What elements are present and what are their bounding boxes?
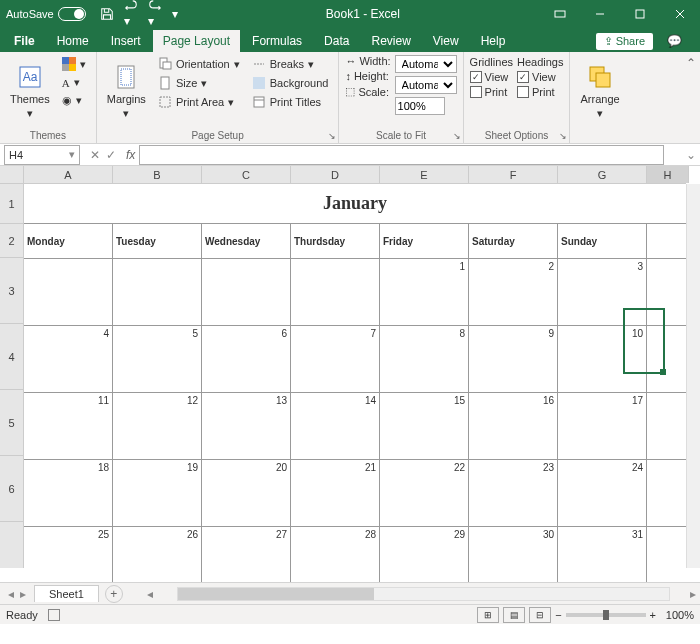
macro-record-icon[interactable] bbox=[48, 609, 60, 621]
name-box[interactable]: H4 ▾ bbox=[4, 145, 80, 165]
calendar-cell[interactable]: 18 bbox=[24, 460, 113, 526]
calendar-cell[interactable]: 21 bbox=[291, 460, 380, 526]
new-sheet-button[interactable]: + bbox=[105, 585, 123, 603]
tab-data[interactable]: Data bbox=[314, 30, 359, 52]
gridlines-view-checkbox[interactable]: View bbox=[470, 70, 513, 84]
column-header[interactable]: A bbox=[24, 166, 113, 183]
calendar-cell[interactable]: 29 bbox=[380, 527, 469, 582]
sheet-options-launcher-icon[interactable]: ↘ bbox=[559, 131, 567, 141]
worksheet-grid[interactable]: ABCDEFGH 123456 JanuaryMondayTuesdayWedn… bbox=[0, 166, 700, 582]
calendar-cell[interactable]: 10 bbox=[558, 326, 647, 392]
column-header[interactable]: D bbox=[291, 166, 380, 183]
weekday-header[interactable]: Friday bbox=[380, 224, 469, 258]
zoom-level[interactable]: 100% bbox=[660, 609, 694, 621]
comments-icon[interactable]: 💬 bbox=[657, 30, 692, 52]
calendar-cell[interactable]: 9 bbox=[469, 326, 558, 392]
enter-formula-icon[interactable]: ✓ bbox=[106, 148, 116, 162]
cancel-formula-icon[interactable]: ✕ bbox=[90, 148, 100, 162]
autosave-switch-icon[interactable] bbox=[58, 7, 86, 21]
zoom-out-button[interactable]: − bbox=[555, 609, 561, 621]
qat-customize-icon[interactable]: ▾ bbox=[172, 7, 178, 21]
calendar-cell[interactable] bbox=[291, 259, 380, 325]
column-header[interactable]: G bbox=[558, 166, 647, 183]
tab-view[interactable]: View bbox=[423, 30, 469, 52]
formula-input[interactable] bbox=[139, 145, 664, 165]
calendar-cell[interactable]: 30 bbox=[469, 527, 558, 582]
tab-insert[interactable]: Insert bbox=[101, 30, 151, 52]
calendar-cell[interactable]: 11 bbox=[24, 393, 113, 459]
collapse-ribbon-icon[interactable]: ⌃ bbox=[682, 52, 700, 143]
headings-view-checkbox[interactable]: View bbox=[517, 70, 563, 84]
horizontal-scrollbar[interactable] bbox=[177, 587, 670, 601]
calendar-cell[interactable]: 23 bbox=[469, 460, 558, 526]
margins-button[interactable]: Margins ▾ bbox=[103, 55, 150, 128]
redo-icon[interactable]: ▾ bbox=[148, 0, 162, 28]
weekday-header[interactable]: Sunday bbox=[558, 224, 647, 258]
scale-input[interactable] bbox=[395, 97, 445, 115]
row-header[interactable]: 3 bbox=[0, 258, 23, 324]
maximize-icon[interactable] bbox=[620, 0, 660, 28]
row-header[interactable]: 1 bbox=[0, 184, 23, 224]
calendar-cell[interactable]: 17 bbox=[558, 393, 647, 459]
column-header[interactable]: C bbox=[202, 166, 291, 183]
calendar-cell[interactable] bbox=[24, 259, 113, 325]
sheet-next-icon[interactable]: ▸ bbox=[20, 587, 26, 601]
column-header[interactable]: F bbox=[469, 166, 558, 183]
weekday-header[interactable]: Wednesday bbox=[202, 224, 291, 258]
sheet-tab-sheet1[interactable]: Sheet1 bbox=[34, 585, 99, 602]
calendar-title[interactable]: January bbox=[24, 184, 686, 224]
effects-button[interactable]: ◉ ▾ bbox=[58, 92, 90, 109]
calendar-cell[interactable]: 27 bbox=[202, 527, 291, 582]
calendar-cell[interactable]: 5 bbox=[113, 326, 202, 392]
print-titles-button[interactable]: Print Titles bbox=[248, 93, 333, 111]
tab-file[interactable]: File bbox=[4, 30, 45, 52]
tab-review[interactable]: Review bbox=[361, 30, 420, 52]
size-button[interactable]: Size ▾ bbox=[154, 74, 244, 92]
calendar-cell[interactable]: 8 bbox=[380, 326, 469, 392]
tab-help[interactable]: Help bbox=[471, 30, 516, 52]
fx-icon[interactable]: fx bbox=[122, 148, 139, 162]
calendar-cell[interactable]: 2 bbox=[469, 259, 558, 325]
width-select[interactable]: Automatic bbox=[395, 55, 457, 73]
select-all-corner[interactable] bbox=[0, 166, 24, 184]
calendar-cell[interactable]: 7 bbox=[291, 326, 380, 392]
column-header[interactable]: E bbox=[380, 166, 469, 183]
column-header[interactable]: B bbox=[113, 166, 202, 183]
calendar-cell[interactable]: 6 bbox=[202, 326, 291, 392]
tab-page-layout[interactable]: Page Layout bbox=[153, 30, 240, 52]
row-header[interactable]: 5 bbox=[0, 390, 23, 456]
colors-button[interactable]: ▾ bbox=[58, 55, 90, 73]
row-header[interactable]: 4 bbox=[0, 324, 23, 390]
calendar-cell[interactable]: 1 bbox=[380, 259, 469, 325]
calendar-cell[interactable]: 20 bbox=[202, 460, 291, 526]
ribbon-display-icon[interactable] bbox=[540, 0, 580, 28]
fonts-button[interactable]: A ▾ bbox=[58, 74, 90, 91]
gridlines-print-checkbox[interactable]: Print bbox=[470, 85, 513, 99]
arrange-button[interactable]: Arrange ▾ bbox=[576, 55, 623, 128]
expand-formula-icon[interactable]: ⌄ bbox=[682, 148, 700, 162]
tab-formulas[interactable]: Formulas bbox=[242, 30, 312, 52]
hscroll-right-icon[interactable]: ▸ bbox=[686, 587, 700, 601]
themes-button[interactable]: Aa Themes ▾ bbox=[6, 55, 54, 128]
undo-icon[interactable]: ▾ bbox=[124, 0, 138, 28]
height-select[interactable]: Automatic bbox=[395, 76, 457, 94]
row-header[interactable]: 2 bbox=[0, 224, 23, 258]
weekday-header[interactable]: Saturday bbox=[469, 224, 558, 258]
print-area-button[interactable]: Print Area ▾ bbox=[154, 93, 244, 111]
page-layout-view-button[interactable]: ▤ bbox=[503, 607, 525, 623]
headings-print-checkbox[interactable]: Print bbox=[517, 85, 563, 99]
vertical-scrollbar[interactable] bbox=[686, 184, 700, 568]
weekday-header[interactable]: Monday bbox=[24, 224, 113, 258]
row-header[interactable]: 6 bbox=[0, 456, 23, 522]
scale-launcher-icon[interactable]: ↘ bbox=[453, 131, 461, 141]
sheet-prev-icon[interactable]: ◂ bbox=[8, 587, 14, 601]
calendar-cell[interactable]: 13 bbox=[202, 393, 291, 459]
calendar-cell[interactable]: 24 bbox=[558, 460, 647, 526]
breaks-button[interactable]: Breaks ▾ bbox=[248, 55, 333, 73]
calendar-cell[interactable]: 19 bbox=[113, 460, 202, 526]
orientation-button[interactable]: Orientation ▾ bbox=[154, 55, 244, 73]
column-header[interactable]: H bbox=[647, 166, 689, 183]
background-button[interactable]: Background bbox=[248, 74, 333, 92]
weekday-header[interactable]: Thurdsday bbox=[291, 224, 380, 258]
calendar-cell[interactable]: 4 bbox=[24, 326, 113, 392]
